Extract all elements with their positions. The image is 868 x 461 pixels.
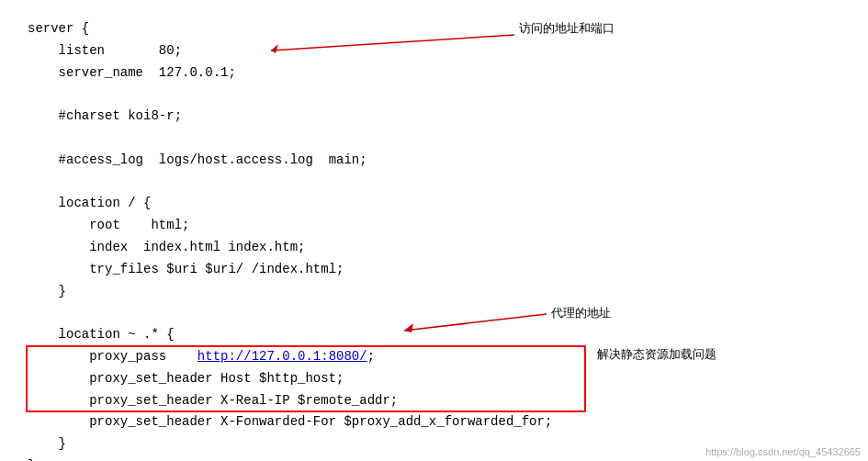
- code-line: proxy_set_header Host $http_host;: [28, 368, 840, 390]
- code-line: root html;: [28, 215, 840, 237]
- code-line: #access_log logs/host.access.log main;: [28, 150, 840, 172]
- watermark: https://blog.csdn.net/qq_45432665: [705, 446, 861, 457]
- code-line: location / {: [28, 193, 840, 215]
- code-line: #charset koi8-r;: [28, 106, 840, 128]
- code-line: [28, 302, 840, 324]
- code-line: try_files $uri $uri/ /index.html;: [28, 259, 840, 281]
- code-area: server { listen 80; server_name 127.0.0.…: [0, 0, 868, 461]
- code-line: proxy_set_header X-Real-IP $remote_addr;: [28, 390, 840, 412]
- proxy-url: http://127.0.0.1:8080/: [197, 349, 367, 364]
- code-line: server_name 127.0.0.1;: [28, 62, 840, 84]
- code-line: index index.html index.htm;: [28, 237, 840, 259]
- code-line: }: [28, 281, 840, 303]
- code-line: proxy_pass http://127.0.0.1:8080/;: [28, 346, 840, 368]
- code-line: proxy_set_header X-Fonwarded-For $proxy_…: [28, 411, 840, 433]
- code-line: [28, 84, 840, 106]
- code-line: server {: [28, 18, 840, 40]
- code-line: [28, 172, 840, 194]
- code-line: listen 80;: [28, 40, 840, 62]
- code-line: location ~ .* {: [28, 324, 840, 346]
- code-line: [28, 128, 840, 150]
